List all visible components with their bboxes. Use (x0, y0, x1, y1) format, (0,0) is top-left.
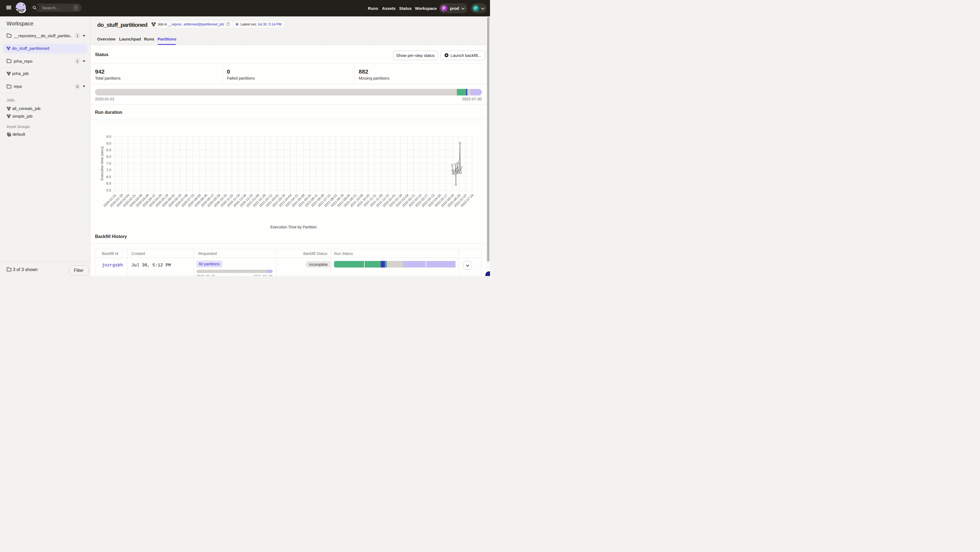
svg-text:9.5: 9.5 (107, 135, 111, 139)
svg-text:7.0: 7.0 (107, 168, 111, 172)
svg-text:Execution Time by Partition: Execution Time by Partition (270, 225, 317, 229)
svg-text:9.0: 9.0 (107, 141, 111, 145)
svg-text:8.5: 8.5 (107, 148, 111, 152)
svg-text:5.5: 5.5 (107, 188, 111, 192)
svg-text:8.0: 8.0 (107, 155, 111, 159)
svg-text:6.5: 6.5 (107, 175, 111, 179)
svg-text:6.0: 6.0 (107, 182, 111, 186)
svg-text:7.5: 7.5 (107, 162, 111, 165)
svg-text:Execution time (secs): Execution time (secs) (100, 146, 104, 180)
